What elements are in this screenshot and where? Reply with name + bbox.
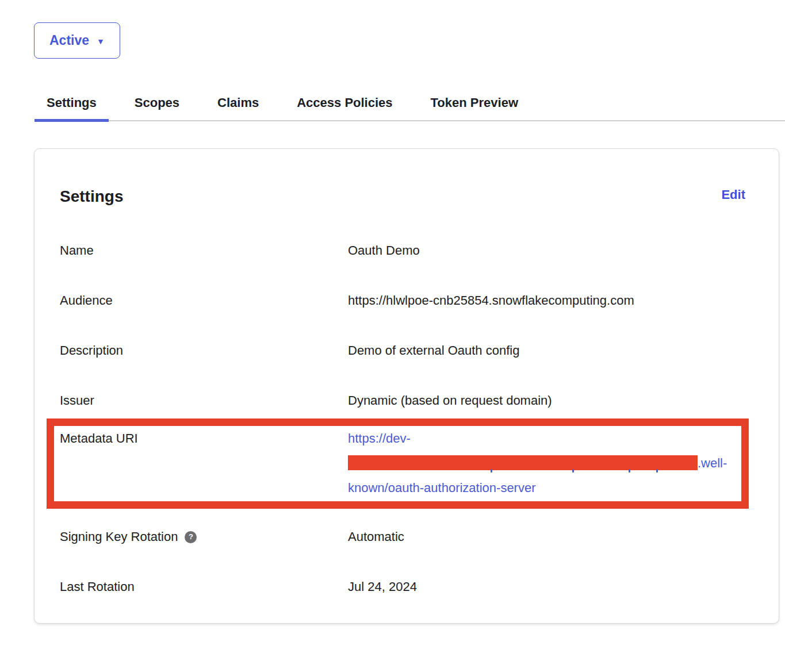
red-annotation-box: Metadata URI https://dev- .well- known/o… bbox=[47, 418, 749, 509]
status-dropdown-label: Active bbox=[49, 33, 89, 48]
settings-card: Settings Edit Name Oauth Demo Audience h… bbox=[34, 148, 779, 624]
settings-rows: Name Oauth Demo Audience https://hlwlpoe… bbox=[60, 243, 745, 594]
metadata-uri-part3[interactable]: known/oauth-authorization-server bbox=[348, 481, 536, 495]
metadata-uri-part1[interactable]: https://dev- bbox=[348, 431, 411, 446]
row-last-rotation: Last Rotation Jul 24, 2024 bbox=[60, 579, 745, 594]
row-description: Description Demo of external Oauth confi… bbox=[60, 343, 745, 358]
tab-settings[interactable]: Settings bbox=[35, 95, 109, 122]
metadata-uri-part2[interactable]: .well- bbox=[698, 456, 727, 470]
row-signing-key-rotation: Signing Key Rotation ? Automatic bbox=[60, 529, 745, 544]
row-audience-value: https://hlwlpoe-cnb25854.snowflakecomput… bbox=[348, 293, 745, 308]
metadata-uri-link[interactable]: https://dev- .well- known/oauth-authoriz… bbox=[348, 426, 741, 500]
redacted-url-segment bbox=[348, 455, 698, 470]
row-description-value: Demo of external Oauth config bbox=[348, 343, 745, 358]
tab-access-policies[interactable]: Access Policies bbox=[285, 95, 404, 122]
row-name: Name Oauth Demo bbox=[60, 243, 745, 258]
row-last-rotation-label: Last Rotation bbox=[60, 579, 348, 594]
tab-claims[interactable]: Claims bbox=[205, 95, 271, 122]
redaction-descender bbox=[572, 469, 574, 473]
status-dropdown-button[interactable]: Active ▼ bbox=[34, 22, 120, 59]
card-title: Settings bbox=[60, 187, 123, 206]
settings-card-header: Settings Edit bbox=[60, 187, 745, 206]
edit-button[interactable]: Edit bbox=[721, 187, 745, 203]
row-audience: Audience https://hlwlpoe-cnb25854.snowfl… bbox=[60, 293, 745, 308]
help-icon[interactable]: ? bbox=[185, 531, 197, 543]
row-metadata-uri-label: Metadata URI bbox=[60, 426, 348, 451]
redaction-descender bbox=[656, 469, 658, 473]
redaction-descender bbox=[629, 469, 630, 473]
chevron-down-icon: ▼ bbox=[97, 37, 105, 45]
tab-token-preview[interactable]: Token Preview bbox=[419, 95, 530, 122]
row-name-value: Oauth Demo bbox=[348, 243, 745, 258]
row-name-label: Name bbox=[60, 243, 348, 258]
row-issuer-value: Dynamic (based on request domain) bbox=[348, 393, 745, 408]
tab-bar: Settings Scopes Claims Access Policies T… bbox=[35, 95, 785, 122]
tab-scopes[interactable]: Scopes bbox=[122, 95, 192, 122]
signing-key-rotation-text: Signing Key Rotation bbox=[60, 529, 178, 544]
row-issuer: Issuer Dynamic (based on request domain) bbox=[60, 393, 745, 408]
redaction-descender bbox=[491, 469, 492, 473]
row-metadata-uri: Metadata URI https://dev- .well- known/o… bbox=[60, 426, 741, 500]
row-last-rotation-value: Jul 24, 2024 bbox=[348, 579, 745, 594]
row-issuer-label: Issuer bbox=[60, 393, 348, 408]
row-signing-key-rotation-label: Signing Key Rotation ? bbox=[60, 529, 348, 544]
row-signing-key-rotation-value: Automatic bbox=[348, 529, 745, 544]
row-audience-label: Audience bbox=[60, 293, 348, 308]
row-description-label: Description bbox=[60, 343, 348, 358]
